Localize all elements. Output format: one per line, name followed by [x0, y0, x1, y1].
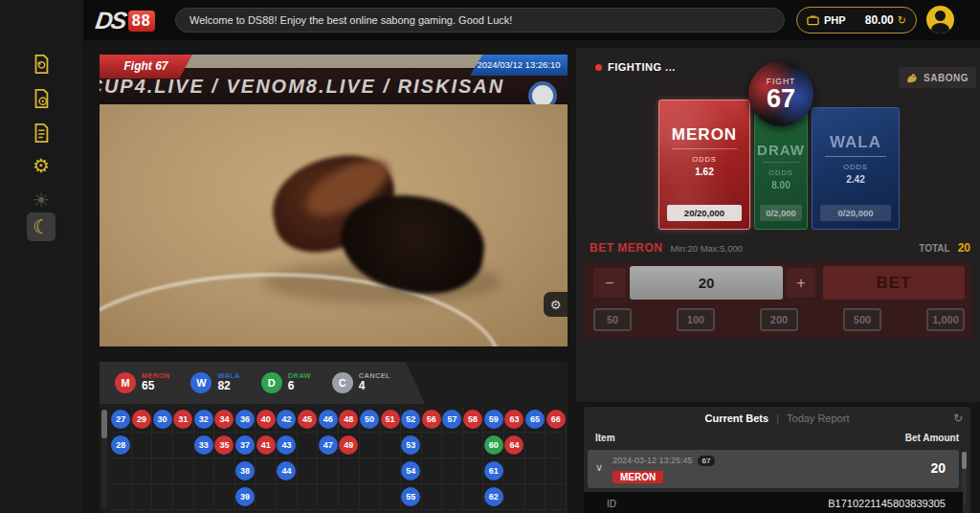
refresh-balance-icon[interactable]: ↻ [898, 14, 906, 27]
quick-chip-50[interactable]: 50 [593, 308, 632, 331]
wala-bet-card[interactable]: WALA ODDS 2.42 0/20,000 [812, 107, 900, 230]
avatar[interactable] [926, 6, 954, 33]
result-cell [442, 433, 463, 458]
decrease-amount-button[interactable]: − [593, 268, 626, 298]
game-history-icon[interactable] [27, 50, 56, 78]
tab-current-bets[interactable]: Current Bets [705, 413, 769, 424]
bet-button[interactable]: BET [823, 266, 965, 300]
result-circle-53: 53 [401, 435, 420, 455]
result-cell: 42 [277, 407, 298, 433]
result-circle-46: 46 [319, 410, 338, 429]
result-cell: 51 [380, 407, 401, 433]
tab-today-report[interactable]: Today Report [787, 413, 849, 424]
draw-bet-card[interactable]: DRAW ODDS 8.00 0/2,000 [754, 112, 808, 230]
wallet-icon [807, 14, 819, 26]
result-cell [380, 484, 401, 510]
result-cell: 33 [194, 433, 215, 458]
bet-amount-input[interactable] [630, 266, 783, 300]
result-cell: 30 [152, 407, 173, 433]
result-cell [463, 484, 484, 510]
bet-records-icon[interactable] [27, 84, 56, 113]
result-cell [463, 433, 484, 458]
result-cell: 32 [194, 407, 215, 433]
result-cell [111, 484, 132, 510]
refresh-bets-icon[interactable]: ↻ [953, 412, 963, 425]
video-player[interactable]: UCUP4.LIVE / VENOM8.LIVE / RISKISAN Figh… [100, 55, 568, 346]
result-cell: 54 [401, 458, 422, 484]
result-cell [525, 484, 546, 510]
stream-settings-button[interactable]: ⚙ [544, 292, 568, 317]
result-circle-58: 58 [463, 410, 482, 429]
result-cell: 62 [483, 484, 504, 510]
result-cell [422, 433, 443, 458]
result-circle-36: 36 [235, 410, 255, 429]
avatar-body [931, 23, 949, 33]
wala-odds-label: ODDS [813, 163, 899, 171]
bet-side-label: BET MERON [590, 241, 663, 255]
result-cell: 28 [111, 433, 132, 458]
live-dot-icon [595, 64, 602, 71]
increase-amount-button[interactable]: + [787, 268, 815, 298]
wallet-balance[interactable]: PHP 80.00 ↻ [796, 7, 917, 33]
result-cell [256, 458, 277, 484]
currency-label: PHP [824, 14, 846, 26]
results-scroll-thumb[interactable] [101, 410, 107, 438]
settings-icon[interactable]: ⚙ [27, 151, 56, 180]
bet-fight-badge: 67 [698, 456, 716, 466]
result-circle-38: 38 [235, 461, 255, 480]
result-cell: 34 [214, 407, 235, 433]
announcement-marquee: Welcome to DS88! Enjoy the best online s… [175, 8, 785, 33]
meron-pool: 20/20,000 [667, 205, 741, 221]
result-cell [173, 433, 194, 458]
ds88-logo[interactable]: DS 88 [96, 7, 155, 34]
bet-row[interactable]: ∨ 2024-03-12 13:25:4567 MERON 20 [588, 450, 959, 488]
result-cell [132, 458, 153, 484]
bet-id-label: ID [607, 499, 616, 509]
result-cell [214, 458, 235, 484]
dark-mode-icon[interactable]: ☾ [27, 212, 56, 241]
wala-pool: 0/20,000 [820, 205, 891, 221]
result-cell [504, 484, 525, 510]
bet-controls: − + BET 501002005001,000 [584, 262, 972, 339]
quick-chip-500[interactable]: 500 [843, 308, 881, 331]
provider-badge[interactable]: SABONG [899, 67, 976, 88]
result-cell: 58 [463, 407, 484, 433]
result-circle-33: 33 [194, 435, 213, 455]
light-mode-icon[interactable]: ☀ [27, 186, 56, 214]
fight-number-medallion: FIGHT 67 [748, 61, 813, 126]
result-circle-40: 40 [256, 410, 276, 429]
result-circle-62: 62 [484, 487, 503, 506]
result-cell [277, 484, 298, 510]
results-scrollbar[interactable] [101, 410, 107, 507]
result-cell: 66 [546, 407, 567, 433]
meron-letter-icon: M [115, 372, 136, 393]
result-cell: 29 [132, 407, 153, 433]
result-cell: 46 [318, 407, 339, 433]
result-circle-29: 29 [132, 410, 151, 429]
chevron-down-icon[interactable]: ∨ [595, 461, 603, 474]
result-cell: 64 [504, 433, 525, 458]
result-circle-31: 31 [173, 410, 192, 429]
quick-chip-100[interactable]: 100 [677, 308, 715, 331]
game-rules-icon[interactable] [27, 119, 56, 147]
quick-chip-1000[interactable]: 1,000 [926, 308, 965, 331]
result-cell [152, 458, 173, 484]
bet-id-value: B1710221145803839305 [828, 498, 946, 509]
result-cell: 48 [339, 407, 360, 433]
meron-bet-card[interactable]: MERON ODDS 1.62 20/20,000 [658, 100, 750, 230]
result-circle-28: 28 [111, 435, 130, 455]
result-circle-39: 39 [235, 487, 255, 506]
bets-scroll-thumb[interactable] [962, 452, 967, 469]
result-cell: 55 [401, 484, 422, 510]
logo-ds-text: DS [94, 7, 127, 34]
result-cell [380, 433, 401, 458]
result-cell [256, 484, 277, 510]
result-cell [380, 458, 401, 484]
avatar-head [935, 11, 946, 21]
total-label: TOTAL [919, 243, 949, 254]
result-cell: 38 [235, 458, 256, 484]
result-cell [546, 433, 567, 458]
quick-chip-200[interactable]: 200 [760, 308, 798, 331]
legend-item-cancel: CCANCEL4 [332, 372, 390, 393]
betting-panel: FIGHTING ... SABONG MERON ODDS 1.62 20/2… [576, 48, 980, 402]
